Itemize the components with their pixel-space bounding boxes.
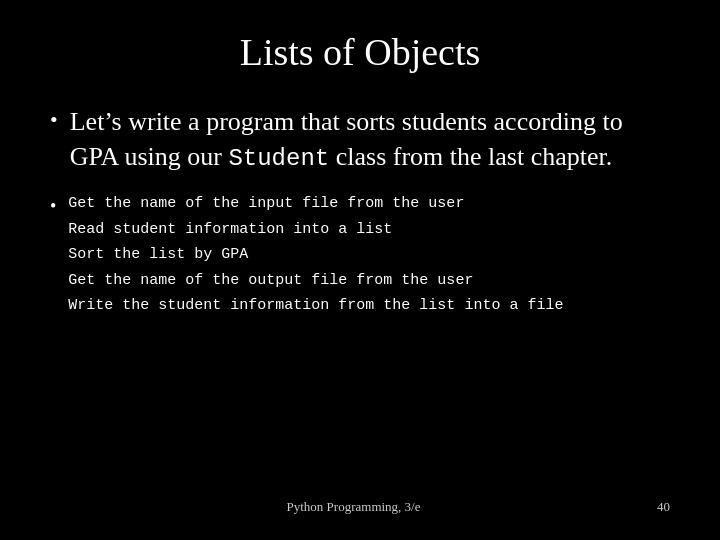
slide-container: Lists of Objects • Let’s write a program… <box>0 0 720 540</box>
bullet-text-code: Get the name of the input file from the … <box>68 191 563 319</box>
bullet-text-after-code: class from the last chapter. <box>329 142 612 171</box>
slide-title: Lists of Objects <box>50 30 670 74</box>
slide-footer: Python Programming, 3/e 40 <box>0 499 720 525</box>
bullet-dot-main: • <box>50 106 58 135</box>
bullet-item-code: • Get the name of the input file from th… <box>50 191 670 319</box>
bullet-item-main: • Let’s write a program that sorts stude… <box>50 104 670 175</box>
bullet-code-inline: Student <box>228 145 329 172</box>
bullet-dot-sub: • <box>50 193 56 220</box>
content-area: • Let’s write a program that sorts stude… <box>50 104 670 510</box>
footer-page: 40 <box>657 499 670 515</box>
footer-label: Python Programming, 3/e <box>50 499 657 515</box>
bullet-text-main: Let’s write a program that sorts student… <box>70 104 670 175</box>
